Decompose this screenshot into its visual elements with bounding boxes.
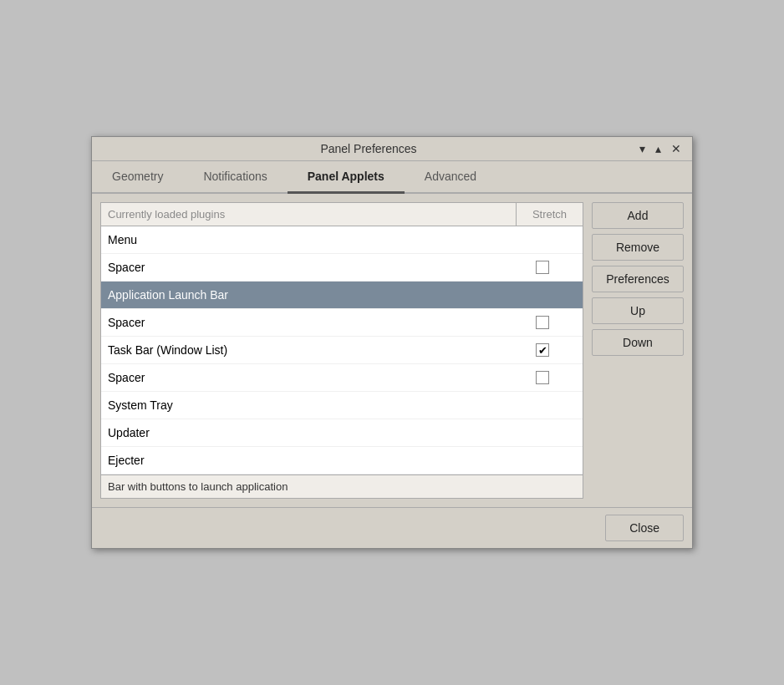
plugin-list: Menu Spacer Application Launch Bar [101,226,583,474]
close-button[interactable]: Close [605,515,684,541]
status-bar: Bar with buttons to launch application [101,474,583,498]
up-button[interactable]: Up [592,297,684,324]
stretch-checkbox-spacer-1[interactable] [536,261,549,274]
plugin-stretch-spacer-3[interactable] [509,371,576,384]
plugin-name-taskbar: Task Bar (Window List) [108,343,509,357]
plugin-name-updater: Updater [108,426,509,439]
plugin-row-spacer-2[interactable]: Spacer [101,309,583,337]
tab-panel-applets[interactable]: Panel Applets [288,161,405,194]
plugin-row-spacer-3[interactable]: Spacer [101,364,583,392]
plugin-row-updater[interactable]: Updater [101,419,583,447]
header-stretch-label: Stretch [516,203,583,226]
plugin-row-spacer-1[interactable]: Spacer [101,254,583,282]
add-button[interactable]: Add [592,202,684,229]
content-area: Currently loaded plugins Stretch Menu Sp… [92,194,692,507]
plugin-list-container: Currently loaded plugins Stretch Menu Sp… [100,202,583,499]
stretch-checkbox-spacer-2[interactable] [536,316,549,329]
main-window: Panel Preferences ▾ ▴ ✕ Geometry Notific… [91,136,693,549]
plugin-stretch-spacer-1[interactable] [509,261,576,274]
plugin-row-app-launch-bar[interactable]: Application Launch Bar [101,282,583,309]
footer: Close [92,507,692,548]
window-title: Panel Preferences [100,142,637,155]
close-window-button[interactable]: ✕ [669,142,684,155]
sidebar-buttons: Add Remove Preferences Up Down [592,202,684,499]
plugin-name-ejecter: Ejecter [108,454,509,467]
header-plugins-label: Currently loaded plugins [101,203,516,226]
remove-button[interactable]: Remove [592,234,684,261]
down-button[interactable]: Down [592,329,684,356]
tab-notifications[interactable]: Notifications [183,161,287,194]
plugin-list-header: Currently loaded plugins Stretch [101,203,583,226]
plugin-stretch-taskbar[interactable]: ✔ [509,343,576,357]
plugin-row-menu[interactable]: Menu [101,226,583,254]
plugin-name-spacer-1: Spacer [108,261,509,274]
plugin-stretch-spacer-2[interactable] [509,316,576,329]
tab-advanced[interactable]: Advanced [405,161,496,194]
titlebar-controls: ▾ ▴ ✕ [637,142,684,155]
titlebar: Panel Preferences ▾ ▴ ✕ [92,137,692,161]
plugin-name-menu: Menu [108,233,509,246]
plugin-name-spacer-2: Spacer [108,316,509,329]
dropdown-button[interactable]: ▾ [637,142,648,155]
plugin-row-system-tray[interactable]: System Tray [101,392,583,419]
plugin-row-ejecter[interactable]: Ejecter [101,447,583,474]
plugin-name-spacer-3: Spacer [108,371,509,384]
tab-geometry[interactable]: Geometry [92,161,183,194]
preferences-button[interactable]: Preferences [592,266,684,292]
stretch-checkbox-taskbar[interactable]: ✔ [536,343,549,357]
plugin-name-app-launch-bar: Application Launch Bar [108,288,509,302]
stretch-checkbox-spacer-3[interactable] [536,371,549,384]
plugin-row-taskbar[interactable]: Task Bar (Window List) ✔ [101,337,583,364]
maximize-button[interactable]: ▴ [653,142,664,155]
plugin-name-system-tray: System Tray [108,398,509,412]
tab-bar: Geometry Notifications Panel Applets Adv… [92,161,692,194]
